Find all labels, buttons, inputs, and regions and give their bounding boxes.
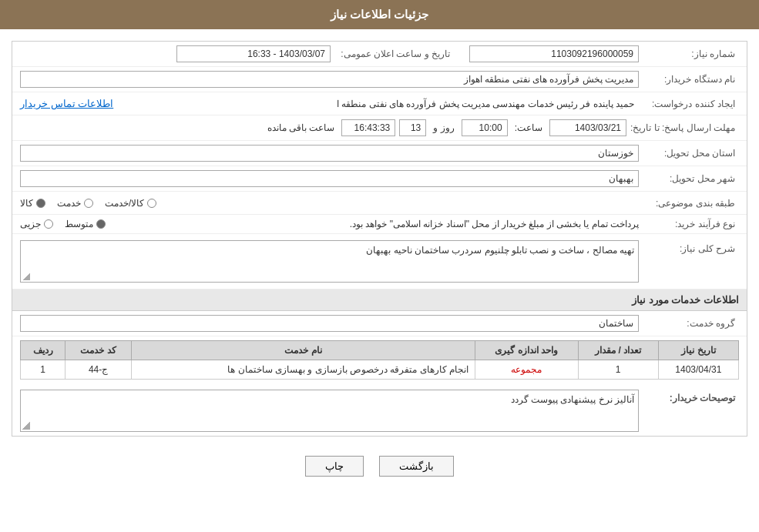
td-service-code: ج-44 (65, 360, 132, 380)
td-quantity: 1 (578, 360, 658, 380)
reply-deadline-remaining-label: ساعت باقی مانده (264, 122, 338, 133)
announce-datetime-label: تاریخ و ساعت اعلان عمومی: (331, 49, 454, 59)
page-header: جزئیات اطلاعات نیاز (0, 0, 759, 29)
col-date: تاریخ نیاز (658, 341, 738, 360)
province-value: خوزستان (598, 148, 633, 159)
resize-handle (22, 273, 30, 280)
purchase-type-options: متوسط جزیی (20, 219, 330, 229)
buyer-org-row: نام دستگاه خریدار: مدیریت پخش فرآورده ها… (12, 67, 747, 92)
purchase-type-medium[interactable]: متوسط (65, 219, 106, 229)
requester-label: ایجاد کننده درخواست: (639, 99, 739, 109)
reply-deadline-row: مهلت ارسال پاسخ: تا تاریخ: 1403/03/21 سا… (12, 115, 747, 141)
category-option-goods-services[interactable]: کالا/خدمت (105, 198, 156, 209)
category-label-service: خدمت (57, 198, 81, 209)
service-group-row: گروه خدمت: ساختمان (12, 311, 747, 336)
table-row: 1403/04/31 1 مجموعه انجام کارهای متفرقه … (21, 360, 739, 380)
reply-deadline-label: مهلت ارسال پاسخ: تا تاریخ: (630, 122, 739, 133)
service-info-title: اطلاعات خدمات مورد نیاز (12, 289, 747, 311)
buyer-desc-value: آنالیز نرخ پیشنهادی پیوست گردد (25, 394, 634, 405)
need-number-label: شماره نیاز: (639, 49, 739, 59)
page-wrapper: جزئیات اطلاعات نیاز شماره نیاز: 11030921… (0, 0, 759, 532)
requester-value: حمید پاینده فر رئیس خدمات مهندسی مدیریت … (113, 97, 639, 111)
category-row: طبقه بندی موضوعی: کالا/خدمت خدمت کالا (12, 192, 747, 215)
col-unit: واحد اندازه گیری (475, 341, 579, 360)
general-desc-row: شرح کلی نیاز: تهیه مصالح ، ساخت و نصب تا… (12, 234, 747, 289)
reply-deadline-days-label: روز و (430, 122, 457, 133)
purchase-note: پرداخت تمام یا بخشی از مبلغ خریدار از مح… (330, 219, 640, 229)
requester-row: ایجاد کننده درخواست: حمید پاینده فر رئیس… (12, 92, 747, 115)
label-medium: متوسط (65, 219, 93, 229)
need-number-row: شماره نیاز: 1103092196000059 تاریخ و ساع… (12, 42, 747, 67)
announce-datetime-value: 1403/03/07 - 16:33 (247, 49, 325, 59)
reply-deadline-remaining: 16:43:33 (354, 122, 391, 133)
requester-contact-link[interactable]: اطلاعات تماس خریدار (20, 98, 113, 109)
service-table-section: تاریخ نیاز تعداد / مقدار واحد اندازه گیر… (20, 340, 739, 380)
general-desc-label: شرح کلی نیاز: (639, 240, 739, 254)
province-row: استان محل تحویل: خوزستان (12, 141, 747, 166)
reply-deadline-days: 13 (411, 122, 421, 133)
category-label-goods: کالا (20, 198, 33, 209)
category-label: طبقه بندی موضوعی: (639, 198, 739, 209)
col-quantity: تعداد / مقدار (578, 341, 658, 360)
reply-deadline-time-label: ساعت: (512, 122, 546, 133)
buyer-org-value: مدیریت پخش فرآورده های نفتی منطقه اهواز (464, 74, 633, 85)
buyer-org-label: نام دستگاه خریدار: (639, 74, 739, 85)
radio-service (84, 199, 93, 208)
back-button[interactable]: بازگشت (379, 456, 454, 477)
purchase-type-label: نوع فرآیند خرید: (639, 219, 739, 229)
province-label: استان محل تحویل: (639, 148, 739, 159)
city-row: شهر محل تحویل: بهبهان (12, 166, 747, 192)
radio-goods-services (147, 199, 156, 208)
purchase-type-partial[interactable]: جزیی (20, 219, 53, 229)
category-option-goods[interactable]: کالا (20, 198, 45, 209)
radio-goods (36, 199, 45, 208)
category-label-goods-services: کالا/خدمت (105, 198, 144, 209)
reply-deadline-time: 10:00 (479, 122, 502, 133)
content-area: شماره نیاز: 1103092196000059 تاریخ و ساع… (0, 29, 759, 496)
buyer-desc-resize-handle (22, 422, 30, 430)
col-row: ردیف (21, 341, 65, 360)
general-desc-value: تهیه مصالح ، ساخت و نصب تابلو چلنیوم سرد… (25, 245, 634, 256)
td-date: 1403/04/31 (658, 360, 738, 380)
buyer-desc-label: توصیحات خریدار: (639, 390, 739, 403)
col-service-code: کد خدمت (65, 341, 132, 360)
col-service-name: نام خدمت (131, 341, 475, 360)
category-option-service[interactable]: خدمت (57, 198, 93, 209)
main-form-section: شماره نیاز: 1103092196000059 تاریخ و ساع… (12, 41, 747, 437)
print-button[interactable]: چاپ (305, 456, 364, 477)
radio-medium (96, 219, 106, 229)
reply-deadline-date: 1403/03/21 (575, 122, 621, 133)
city-label: شهر محل تحویل: (639, 173, 739, 184)
purchase-type-row: نوع فرآیند خرید: پرداخت تمام یا بخشی از … (12, 215, 747, 234)
td-unit: مجموعه (475, 360, 579, 380)
radio-partial (44, 219, 53, 229)
service-group-label: گروه خدمت: (639, 318, 739, 329)
button-row: بازگشت چاپ (12, 448, 747, 484)
page-title: جزئیات اطلاعات نیاز (331, 8, 428, 21)
need-number-value: 1103092196000059 (551, 49, 633, 59)
service-table: تاریخ نیاز تعداد / مقدار واحد اندازه گیر… (20, 340, 739, 380)
service-group-value: ساختمان (599, 318, 633, 329)
city-value: بهبهان (609, 173, 633, 184)
label-partial: جزیی (20, 219, 41, 229)
td-service-name: انجام کارهای متفرقه درخصوص بازسازی و بهس… (131, 360, 475, 380)
category-options: کالا/خدمت خدمت کالا (20, 198, 639, 209)
buyer-desc-row: توصیحات خریدار: آنالیز نرخ پیشنهادی پیوس… (12, 383, 747, 436)
td-row-num: 1 (21, 360, 65, 380)
